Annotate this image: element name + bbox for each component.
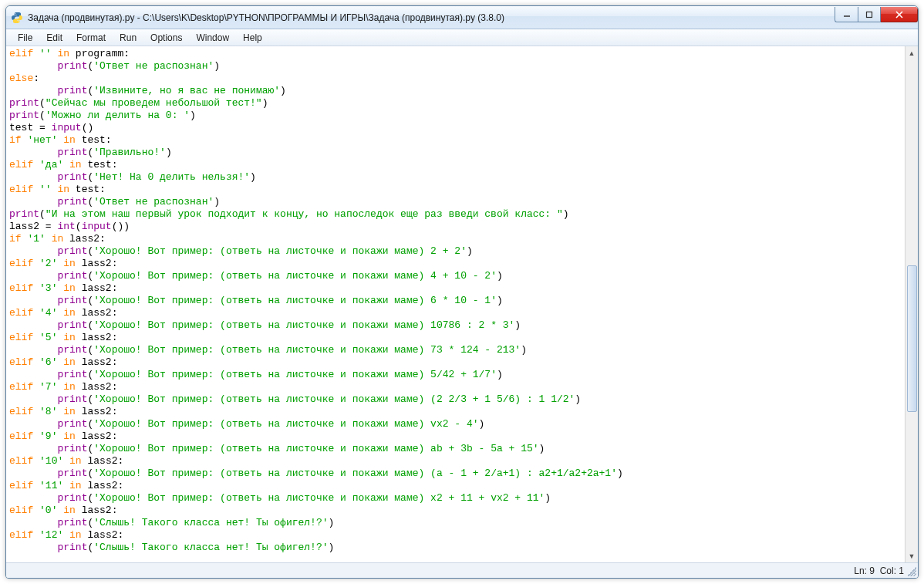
svg-point-1 (19, 21, 19, 22)
menu-window[interactable]: Window (189, 31, 236, 45)
maximize-button[interactable] (858, 7, 881, 22)
editor-area: elif '' in programm: print('Ответ не рас… (6, 46, 918, 562)
titlebar[interactable]: Задача (продвинутая).py - C:\Users\K\Des… (6, 6, 918, 29)
status-col-label: Col: (880, 565, 896, 576)
minimize-button[interactable] (835, 7, 858, 22)
python-icon (11, 12, 23, 24)
scroll-up-arrow[interactable]: ▲ (906, 46, 918, 59)
scroll-thumb[interactable] (907, 265, 917, 413)
menu-edit[interactable]: Edit (39, 31, 69, 45)
menu-bar: File Edit Format Run Options Window Help (6, 29, 918, 46)
status-bar: Ln: 9 Col: 1 (6, 562, 918, 578)
menu-help[interactable]: Help (236, 31, 269, 45)
close-button[interactable] (881, 7, 918, 22)
vertical-scrollbar[interactable]: ▲ ▼ (905, 46, 918, 562)
menu-run[interactable]: Run (113, 31, 143, 45)
status-ln-value: 9 (869, 565, 875, 576)
window-title: Задача (продвинутая).py - C:\Users\K\Des… (28, 12, 504, 23)
menu-format[interactable]: Format (69, 31, 113, 45)
svg-rect-3 (867, 12, 872, 17)
code-editor[interactable]: elif '' in programm: print('Ответ не рас… (6, 46, 905, 562)
scroll-track[interactable] (906, 59, 918, 549)
resize-grip[interactable] (907, 567, 916, 576)
svg-point-0 (15, 13, 15, 14)
window-controls (835, 7, 918, 22)
status-ln-label: Ln: (854, 565, 867, 576)
idle-window: Задача (продвинутая).py - C:\Users\K\Des… (5, 5, 919, 579)
scroll-down-arrow[interactable]: ▼ (906, 549, 918, 562)
status-col-value: 1 (899, 565, 904, 576)
menu-file[interactable]: File (11, 31, 39, 45)
menu-options[interactable]: Options (143, 31, 189, 45)
